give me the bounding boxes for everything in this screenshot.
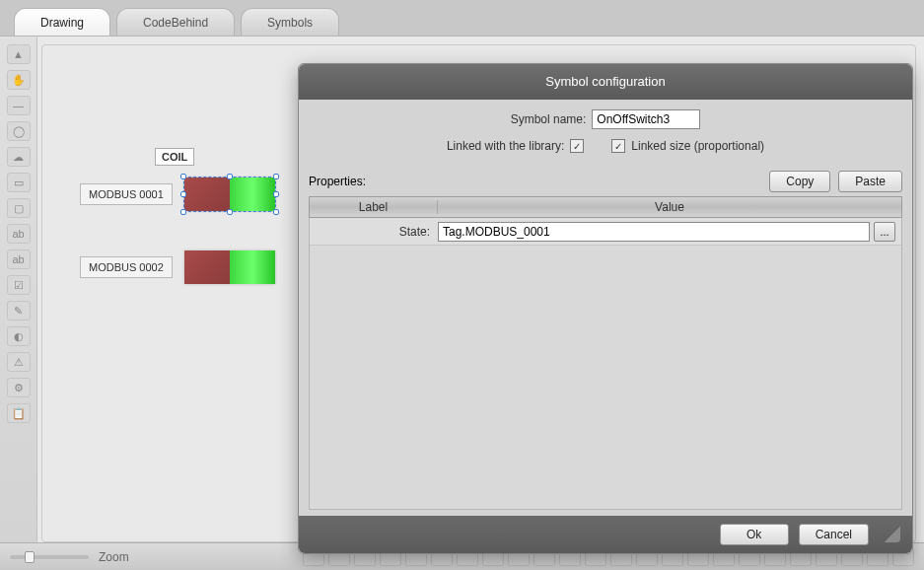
dialog-body: Symbol name: Linked with the library: Li… [299,100,912,516]
gear-tool-icon[interactable]: ⚙ [7,378,31,397]
resize-handle[interactable] [180,174,186,179]
tab-drawing[interactable]: Drawing [14,8,110,36]
dialog-footer: Ok Cancel [299,516,912,553]
column-value-header: Value [438,200,901,214]
properties-grid-body: State: ... [309,218,902,510]
text-ab-tool-icon[interactable]: ab [7,224,31,244]
resize-handle[interactable] [180,191,186,197]
paste-button[interactable]: Paste [838,171,902,192]
zoom-slider[interactable] [10,555,89,559]
property-label: State: [310,225,438,239]
linked-size-checkbox[interactable] [611,139,625,153]
ellipse-tool-icon[interactable]: ◯ [7,121,31,141]
property-value-input[interactable] [438,222,870,242]
switch-symbol-1[interactable] [184,178,275,211]
linked-library-checkbox[interactable] [570,139,584,153]
zoom-label: Zoom [99,550,129,564]
resize-handle[interactable] [227,209,233,215]
ok-button[interactable]: Ok [720,524,789,545]
dialog-title: Symbol configuration [299,64,912,100]
pointer-tool-icon[interactable]: ▲ [7,44,31,64]
copy-button[interactable]: Copy [769,171,830,192]
coil-group-label: COIL [155,148,194,166]
properties-grid-header: Label Value [309,196,902,218]
browse-button[interactable]: ... [874,222,895,242]
paint-tool-icon[interactable]: ◐ [7,326,31,346]
clipboard-tool-icon[interactable]: 📋 [7,403,31,423]
properties-label: Properties: [309,175,366,188]
tool-column: ▲ ✋ — ◯ ☁ ▭ ▢ ab ab ☑ ✎ ◐ ⚠ ⚙ 📋 [0,36,37,542]
linked-size-label: Linked size (proportional) [631,139,764,153]
modbus-label-1[interactable]: MODBUS 0001 [80,183,173,205]
linked-library-label: Linked with the library: [447,139,564,153]
cancel-button[interactable]: Cancel [799,524,869,545]
switch-red-half [184,178,230,211]
tab-codebehind[interactable]: CodeBehind [116,8,235,36]
resize-handle[interactable] [273,209,279,215]
resize-handle[interactable] [180,209,186,215]
switch-red-half [184,250,230,284]
column-label-header: Label [310,200,438,214]
resize-handle[interactable] [273,174,279,179]
property-row: State: ... [310,218,901,246]
pen-tool-icon[interactable]: ✎ [7,301,31,321]
warning-tool-icon[interactable]: ⚠ [7,352,31,372]
resize-handle[interactable] [273,191,279,197]
resize-handle[interactable] [227,174,233,179]
switch-green-half [230,250,275,284]
modbus-label-2[interactable]: MODBUS 0002 [80,256,173,278]
line-tool-icon[interactable]: — [7,96,31,115]
roundrect-tool-icon[interactable]: ▢ [7,198,31,218]
symbol-name-input[interactable] [592,109,700,129]
textbox-tool-icon[interactable]: ab [7,249,31,269]
switch-symbol-2[interactable] [184,250,275,284]
switch-green-half [230,178,275,211]
symbol-configuration-dialog: Symbol configuration Symbol name: Linked… [298,63,913,554]
tab-strip: Drawing CodeBehind Symbols [0,0,924,36]
symbol-name-label: Symbol name: [511,112,587,126]
tab-symbols[interactable]: Symbols [241,8,339,36]
checkbox-tool-icon[interactable]: ☑ [7,275,31,295]
pan-tool-icon[interactable]: ✋ [7,70,31,90]
cloud-tool-icon[interactable]: ☁ [7,147,31,167]
rect-tool-icon[interactable]: ▭ [7,173,31,192]
zoom-slider-thumb[interactable] [25,551,35,563]
resize-grip-icon[interactable] [885,527,900,542]
